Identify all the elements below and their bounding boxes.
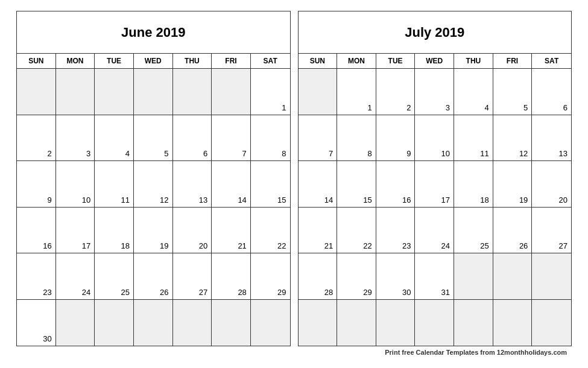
june-2019-week2-day0: 9 bbox=[17, 161, 56, 208]
june-2019-week3-day0: 16 bbox=[17, 208, 56, 254]
june-2019-dow-wed: WED bbox=[134, 54, 173, 69]
june-2019-week4-day5: 28 bbox=[212, 253, 251, 300]
june-2019-week5-day2 bbox=[95, 300, 134, 346]
july-2019-week4-day5 bbox=[493, 253, 533, 300]
june-2019-week0-day0 bbox=[17, 69, 56, 115]
july-2019-week4-day6 bbox=[532, 253, 571, 300]
june-2019-week4-day3: 26 bbox=[134, 253, 173, 300]
june-2019-week5-day4 bbox=[173, 300, 212, 346]
july-2019-week1-day1: 8 bbox=[337, 115, 376, 162]
july-2019-week0-day4: 4 bbox=[454, 69, 493, 115]
july-2019-week5-day0 bbox=[299, 300, 338, 346]
june-2019-week4-day6: 29 bbox=[251, 253, 290, 300]
footer-prefix: Print free Calendar Templates from bbox=[385, 349, 497, 356]
july-2019-week3-day0: 21 bbox=[299, 208, 338, 254]
june-2019-dow-tue: TUE bbox=[95, 54, 134, 69]
june-2019-dow-sun: SUN bbox=[17, 54, 56, 69]
june-2019-title: June 2019 bbox=[17, 11, 290, 54]
july-2019-week1-day0: 7 bbox=[299, 115, 338, 162]
june-2019-week3-day2: 18 bbox=[95, 208, 134, 254]
july-2019-week1-day5: 12 bbox=[493, 115, 533, 162]
june-2019-week3-day3: 19 bbox=[134, 208, 173, 254]
july-2019-dow-sun: SUN bbox=[299, 54, 338, 69]
june-2019-week3-day4: 20 bbox=[173, 208, 212, 254]
june-2019-week2-day3: 12 bbox=[134, 161, 173, 208]
june-2019-week3-day6: 22 bbox=[251, 208, 290, 254]
june-2019-week1-day6: 8 bbox=[251, 115, 290, 162]
july-2019-week3-day3: 24 bbox=[415, 208, 454, 254]
july-2019-week3-day6: 27 bbox=[532, 208, 571, 254]
june-2019-week5-day3 bbox=[134, 300, 173, 346]
july-2019-week4-day3: 31 bbox=[415, 253, 454, 300]
july-2019-week1-day4: 11 bbox=[454, 115, 493, 162]
june-2019-week2-day6: 15 bbox=[251, 161, 290, 208]
july-2019-week5-day5 bbox=[493, 300, 533, 346]
june-2019-week5-day6 bbox=[251, 300, 290, 346]
june-2019-week1-day3: 5 bbox=[134, 115, 173, 162]
june-2019-day-headers: SUNMONTUEWEDTHUFRISAT bbox=[17, 54, 290, 69]
july-2019-week2-day5: 19 bbox=[493, 161, 533, 208]
july-2019-dow-mon: MON bbox=[337, 54, 376, 69]
june-2019-week1-day2: 4 bbox=[95, 115, 134, 162]
july-2019-week3-day4: 25 bbox=[454, 208, 493, 254]
june-2019-week4-day4: 27 bbox=[173, 253, 212, 300]
june-2019-week4-day1: 24 bbox=[56, 253, 95, 300]
july-2019-dow-thu: THU bbox=[454, 54, 493, 69]
july-2019-week2-day3: 17 bbox=[415, 161, 454, 208]
july-2019-title: July 2019 bbox=[299, 11, 572, 54]
july-2019-week0-day3: 3 bbox=[415, 69, 454, 115]
calendar-june-2019: June 2019SUNMONTUEWEDTHUFRISAT1234567891… bbox=[16, 11, 291, 346]
june-2019-week0-day4 bbox=[173, 69, 212, 115]
calendars-container: June 2019SUNMONTUEWEDTHUFRISAT1234567891… bbox=[16, 11, 572, 346]
july-2019-week3-day2: 23 bbox=[376, 208, 416, 254]
june-2019-week1-day0: 2 bbox=[17, 115, 56, 162]
june-2019-week4-day2: 25 bbox=[95, 253, 134, 300]
july-2019-week2-day2: 16 bbox=[376, 161, 416, 208]
july-2019-week0-day2: 2 bbox=[376, 69, 416, 115]
june-2019-dow-sat: SAT bbox=[251, 54, 290, 69]
july-2019-week3-day1: 22 bbox=[337, 208, 376, 254]
june-2019-week0-day3 bbox=[134, 69, 173, 115]
july-2019-week2-day1: 15 bbox=[337, 161, 376, 208]
july-2019-week0-day0 bbox=[299, 69, 338, 115]
june-2019-week2-day5: 14 bbox=[212, 161, 251, 208]
july-2019-week4-day1: 29 bbox=[337, 253, 376, 300]
june-2019-dow-fri: FRI bbox=[212, 54, 251, 69]
july-2019-week5-day1 bbox=[337, 300, 376, 346]
july-2019-week4-day4 bbox=[454, 253, 493, 300]
july-2019-week5-day6 bbox=[532, 300, 571, 346]
july-2019-dow-sat: SAT bbox=[532, 54, 571, 69]
june-2019-week5-day5 bbox=[212, 300, 251, 346]
july-2019-week5-day3 bbox=[415, 300, 454, 346]
july-2019-week2-day4: 18 bbox=[454, 161, 493, 208]
june-2019-dow-mon: MON bbox=[56, 54, 95, 69]
june-2019-week2-day2: 11 bbox=[95, 161, 134, 208]
july-2019-dow-fri: FRI bbox=[493, 54, 533, 69]
july-2019-week0-day5: 5 bbox=[493, 69, 533, 115]
july-2019-dow-wed: WED bbox=[415, 54, 454, 69]
july-2019-week1-day2: 9 bbox=[376, 115, 416, 162]
june-2019-week0-day1 bbox=[56, 69, 95, 115]
july-2019-week2-day0: 14 bbox=[299, 161, 338, 208]
june-2019-week0-day5 bbox=[212, 69, 251, 115]
july-2019-week1-day6: 13 bbox=[532, 115, 571, 162]
july-2019-day-headers: SUNMONTUEWEDTHUFRISAT bbox=[299, 54, 572, 69]
june-2019-week2-day1: 10 bbox=[56, 161, 95, 208]
june-2019-week1-day4: 6 bbox=[173, 115, 212, 162]
july-2019-week3-day5: 26 bbox=[493, 208, 533, 254]
june-2019-week3-day5: 21 bbox=[212, 208, 251, 254]
june-2019-week5-day0: 30 bbox=[17, 300, 56, 346]
june-2019-week4-day0: 23 bbox=[17, 253, 56, 300]
july-2019-week0-day1: 1 bbox=[337, 69, 376, 115]
july-2019-week4-day2: 30 bbox=[376, 253, 416, 300]
june-2019-week1-day1: 3 bbox=[56, 115, 95, 162]
july-2019-week2-day6: 20 bbox=[532, 161, 571, 208]
june-2019-week2-day4: 13 bbox=[173, 161, 212, 208]
june-2019-week1-day5: 7 bbox=[212, 115, 251, 162]
june-2019-week0-day2 bbox=[95, 69, 134, 115]
july-2019-dow-tue: TUE bbox=[376, 54, 416, 69]
june-2019-week0-day6: 1 bbox=[251, 69, 290, 115]
july-2019-week4-day0: 28 bbox=[299, 253, 338, 300]
july-2019-week5-day4 bbox=[454, 300, 493, 346]
june-2019-week3-day1: 17 bbox=[56, 208, 95, 254]
